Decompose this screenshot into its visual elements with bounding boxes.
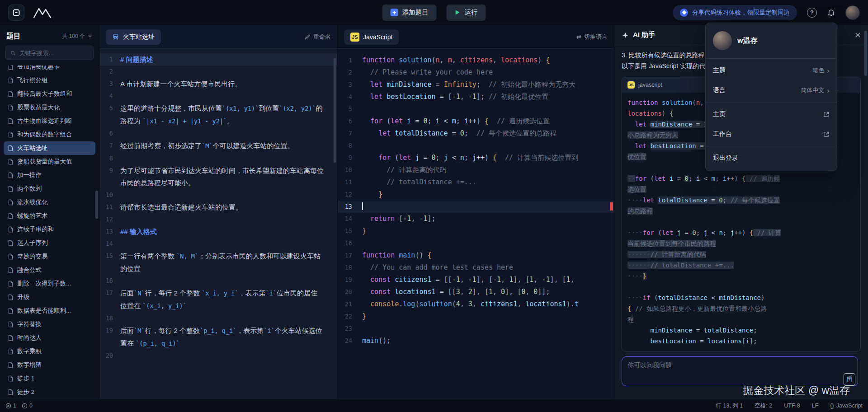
menu-item[interactable]: 语言简体中文› [706,80,837,100]
text-span: -1 [468,276,476,284]
text-span: 4 [456,300,460,308]
sidebar-item[interactable]: 删除一次得到子数... [4,277,95,290]
editor-lines[interactable]: 1function solution(n, m, citizens, locat… [338,49,614,399]
text-span: ) [742,229,750,236]
ai-code-line: 程 [627,314,855,325]
text-span: m [712,175,715,182]
menu-item[interactable]: 主题暗色› [706,61,837,80]
sidebar-scrollbar[interactable] [95,191,98,219]
text-span: ; [715,175,723,182]
menu-item[interactable]: 主页 [706,104,837,124]
search-input[interactable] [19,50,89,56]
user-menu-items: 主题暗色›语言简体中文›主页工作台退出登录 [706,61,837,168]
encoding[interactable]: UTF-8 [784,403,800,409]
sidebar-item[interactable]: 火车站选址 [4,141,95,155]
text-span: 0 [501,288,505,296]
cursor-position[interactable]: 行 13, 列 1 [716,402,743,410]
language-tab[interactable]: JS JavaScript [344,29,399,45]
sidebar-item[interactable]: 叠加消费优惠卡 [4,66,95,74]
rename-button[interactable]: 重命名 [304,33,331,41]
sidebar-item[interactable]: 两个数列 [4,182,95,196]
sidebar-item[interactable]: 古生物血缘远近判断 [4,114,95,128]
text-span: { [428,251,432,259]
code-line: 20 const locations1 = [[3, 2], [1, 0], [… [338,286,614,298]
help-icon[interactable]: ? [807,8,817,18]
topbar-right: 分享代码练习体验，领限量定制周边 ? [673,5,860,20]
language-mode[interactable]: {} JavaScript [830,403,863,409]
eol-setting[interactable]: LF [812,403,819,409]
sidebar-item[interactable]: 加一操作 [4,169,95,182]
text-span [627,337,651,345]
user-avatar[interactable] [845,5,860,20]
text-span: // 如果总路程更小，更新最优位置和最小总路 [631,305,767,312]
text-span: < [440,117,452,125]
text-span: # 问题描述 [120,56,153,63]
sidebar-item[interactable]: 时尚达人 [4,331,95,345]
problem-lines[interactable]: 1# 问题描述23A 市计划新建一个火车站方便市民出行。45这里的道路十分规整，… [99,49,337,399]
info-count[interactable]: 0 [22,403,33,409]
doc-icon [7,348,14,355]
sidebar-item[interactable]: 奇妙的交易 [4,250,95,263]
text-span: 1 [489,288,493,296]
sidebar-item[interactable]: 螺旋的艺术 [4,209,95,223]
text-span: . [399,300,403,308]
menu-item[interactable]: 退出登录 [706,148,837,168]
text-span: j [472,154,476,162]
add-problem-button[interactable]: + 添加题目 [382,5,437,21]
text-span [362,215,370,223]
sidebar-item[interactable]: 股票收益最大化 [4,101,95,114]
text-span: 21 [338,298,362,310]
text-span: `p_i, q_i` [200,327,236,334]
app-logo[interactable] [8,5,24,21]
widget-icon[interactable]: 日 [844,373,855,386]
mountain-logo-icon [33,6,53,19]
sidebar-item[interactable]: 融合公式 [4,263,95,277]
sidebar-item[interactable]: 和为偶数的数字组合 [4,128,95,141]
problem-line: 5这里的道路十分规整，市民从位置`(x1, y1)`到位置`(x2, y2)`的… [99,102,337,127]
code-line: 21 console.log(solution(4, 3, citizens1,… [338,298,614,310]
sidebar-item[interactable]: 货船载货量的最大值 [4,155,95,169]
sidebar-item[interactable]: 升级 [4,290,95,304]
text-span: ( [382,117,391,125]
sidebar-item[interactable]: 流水线优化 [4,196,95,209]
problem-scrollbar[interactable] [334,58,336,163]
filter-icon[interactable] [87,34,93,39]
text-span [665,110,669,117]
sidebar-item[interactable]: 数字乘积 [4,345,95,358]
switch-language-button[interactable]: ⇄ 切换语言 [576,33,608,41]
sidebar-item[interactable]: 飞行棋分组 [4,74,95,87]
ai-chat-input[interactable] [622,357,858,386]
sidebar-item[interactable]: 迷人子序列 [4,236,95,250]
close-icon[interactable] [855,32,861,38]
run-button[interactable]: 运行 [447,5,486,21]
braces-icon: {} [830,403,834,409]
promo-banner[interactable]: 分享代码练习体验，领限量定制周边 [673,5,797,20]
bell-icon[interactable] [827,8,835,17]
sidebar-item[interactable]: 字符替换 [4,318,95,331]
code-line: 9 for (let j = 0; j < n; j++) { // 计算当前候… [338,152,614,164]
problem-tab[interactable]: 火车站选址 [106,29,161,45]
ai-scrollbar[interactable] [864,31,867,76]
watermark: 掘金技术社区 @ w温存 [743,384,850,398]
text-span: 退出登录 [713,154,738,162]
error-marker[interactable] [610,202,613,211]
promo-icon [680,9,688,17]
text-span: 。 [227,117,234,125]
text-span: = [419,154,431,162]
sidebar-item[interactable]: 连续子串的和 [4,223,95,236]
text-span: 16 [338,237,362,249]
sidebar-item[interactable]: 徒步 2 [4,385,95,399]
ai-chat-input-box [622,356,858,386]
error-count[interactable]: 1 [5,403,16,409]
sidebar-item[interactable]: 数据表是否能顺利... [4,304,95,318]
indent-setting[interactable]: 空格: 2 [755,402,772,410]
sidebar-item[interactable]: 徒步 1 [4,372,95,385]
text-span: , [533,276,542,284]
sidebar-item[interactable]: 翻转后最大子数组和 [4,87,95,101]
code-line: 22} [338,310,614,323]
sidebar-item[interactable]: 数字增殖 [4,358,95,372]
text-span: ; [432,215,436,223]
menu-item[interactable]: 工作台 [706,124,837,144]
doc-icon [7,172,14,178]
brand-logo[interactable] [33,6,53,19]
